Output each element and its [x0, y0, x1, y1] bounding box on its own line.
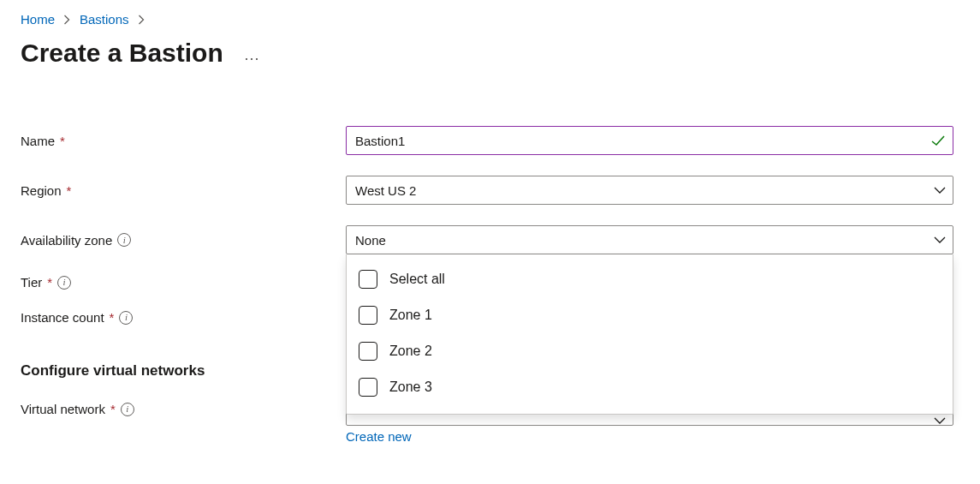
- required-indicator: *: [47, 275, 52, 290]
- region-select[interactable]: West US 2: [346, 176, 953, 205]
- virtual-network-label: Virtual network: [21, 402, 105, 416]
- checkbox[interactable]: [359, 270, 377, 289]
- region-value: West US 2: [355, 183, 416, 198]
- page-title: Create a Bastion: [21, 39, 223, 68]
- option-select-all[interactable]: Select all: [347, 261, 953, 297]
- option-zone-3[interactable]: Zone 3: [347, 369, 953, 405]
- breadcrumb-home[interactable]: Home: [21, 12, 55, 27]
- required-indicator: *: [110, 402, 116, 416]
- chevron-right-icon: [63, 15, 71, 25]
- name-input[interactable]: [346, 126, 953, 155]
- availability-zone-label: Availability zone: [21, 233, 112, 248]
- option-label: Select all: [389, 272, 445, 287]
- breadcrumb-bastions[interactable]: Bastions: [80, 12, 129, 27]
- option-label: Zone 2: [389, 344, 432, 359]
- option-label: Zone 1: [389, 308, 432, 323]
- instance-count-label: Instance count: [21, 310, 104, 325]
- availability-zone-value: None: [355, 233, 386, 248]
- availability-zone-select[interactable]: None: [346, 225, 953, 254]
- required-indicator: *: [60, 134, 65, 148]
- breadcrumb: Home Bastions: [21, 12, 959, 27]
- info-icon[interactable]: i: [119, 311, 133, 325]
- required-indicator: *: [67, 183, 72, 198]
- checkbox[interactable]: [359, 342, 377, 361]
- region-label: Region: [21, 183, 62, 198]
- checkbox[interactable]: [359, 306, 377, 325]
- option-label: Zone 3: [389, 379, 432, 395]
- name-label: Name: [21, 134, 55, 148]
- info-icon[interactable]: i: [121, 403, 134, 416]
- availability-zone-dropdown: Select all Zone 1 Zone 2 Zone 3: [346, 254, 953, 415]
- option-zone-1[interactable]: Zone 1: [347, 297, 953, 333]
- create-new-link[interactable]: Create new: [346, 429, 412, 444]
- info-icon[interactable]: i: [57, 276, 71, 290]
- required-indicator: *: [110, 310, 115, 325]
- checkbox[interactable]: [359, 378, 377, 397]
- info-icon[interactable]: i: [117, 233, 131, 247]
- option-zone-2[interactable]: Zone 2: [347, 333, 953, 369]
- chevron-right-icon: [138, 15, 146, 25]
- tier-label: Tier: [21, 275, 42, 290]
- more-actions-button[interactable]: ⋯: [244, 40, 261, 66]
